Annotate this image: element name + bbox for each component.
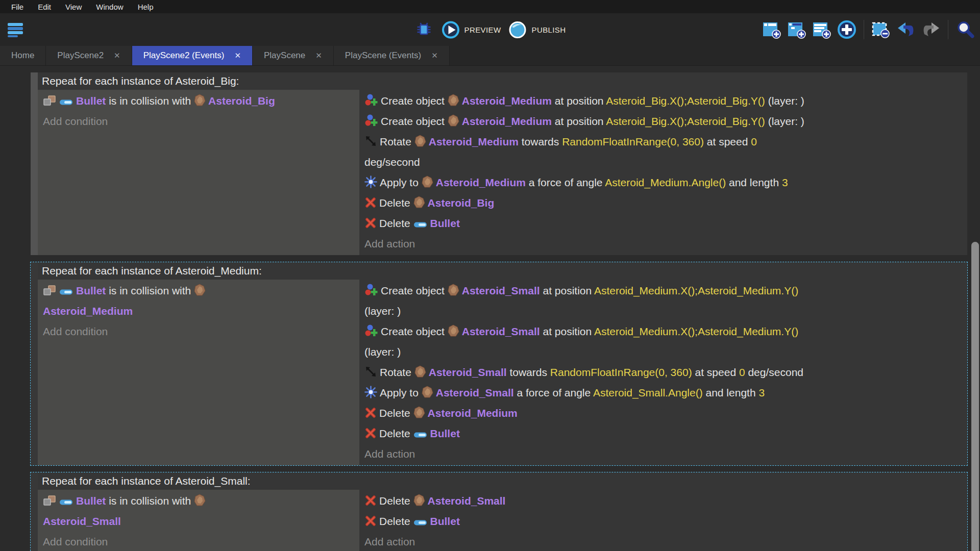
instruction-text: Create object [381,95,448,107]
asteroid-icon [448,94,459,107]
instruction-text: towards [507,366,550,378]
condition-instruction[interactable]: Bullet is in collision with Asteroid_Sma… [38,491,359,532]
object-name: Asteroid_Small [429,366,507,378]
delete-icon [364,217,377,229]
instruction-text: is in collision with [106,95,194,107]
condition-instruction[interactable]: Bullet is in collision with Asteroid_Med… [38,281,359,321]
instruction-text: (layer: ) [765,95,804,107]
action-instruction[interactable]: Apply to Asteroid_Small a force of angle… [359,383,967,403]
instruction-text: towards [519,136,562,147]
collision-icon [43,495,57,507]
action-instruction[interactable]: Delete Bullet [359,511,967,532]
add-action-button[interactable]: Add action [359,532,967,551]
force-icon [364,176,377,188]
tab-close-icon[interactable]: ✕ [315,51,322,60]
tab-home[interactable]: Home [0,46,46,65]
vertical-scrollbar-thumb[interactable] [971,242,979,551]
add-comment-icon[interactable] [812,20,831,39]
redo-icon[interactable] [921,20,941,39]
delete-selection-icon[interactable] [871,20,891,39]
object-name: Bullet [430,217,460,229]
preview-label: PREVIEW [464,26,501,34]
expression: Asteroid_Medium.X();Asteroid_Medium.Y() [594,325,798,337]
instruction-text: Create object [381,115,448,127]
event-drag-handle[interactable] [31,472,38,551]
repeat-for-each-header[interactable]: Repeat for each instance of Asteroid_Med… [38,262,967,280]
instruction-text: Delete [379,428,413,439]
tab-label: PlayScene [264,51,305,61]
search-icon[interactable] [955,20,975,39]
expression: Asteroid_Medium.Angle() [605,177,726,188]
action-instruction[interactable]: Create object Asteroid_Small at position… [359,281,967,321]
add-subevent-icon[interactable] [787,20,806,39]
object-name: Bullet [430,515,460,527]
menu-item-file[interactable]: File [5,2,30,12]
main-toolbar: PREVIEW PUBLISH [0,13,980,46]
event-block-1[interactable]: Repeat for each instance of Asteroid_Big… [30,72,968,256]
object-name: Asteroid_Medium [436,177,526,188]
object-name: Asteroid_Small [436,387,514,398]
action-instruction[interactable]: Rotate Asteroid_Medium towards RandomFlo… [359,132,967,172]
action-instruction[interactable]: Delete Bullet [359,423,967,444]
add-action-button[interactable]: Add action [359,444,967,464]
tab-playscene2-events[interactable]: PlayScene2 (Events)✕ [132,46,253,65]
app-logo-icon[interactable] [6,20,24,39]
create-icon [364,94,378,107]
expression: 0 [739,366,745,378]
add-event-icon[interactable] [762,20,781,39]
action-instruction[interactable]: Create object Asteroid_Medium at positio… [359,91,967,111]
add-condition-button[interactable]: Add condition [38,532,359,551]
action-instruction[interactable]: Delete Asteroid_Big [359,193,967,213]
action-instruction[interactable]: Delete Bullet [359,213,967,234]
menu-item-view[interactable]: View [59,2,88,12]
object-name: Asteroid_Big [428,197,495,209]
tab-close-icon[interactable]: ✕ [114,51,120,60]
action-instruction[interactable]: Delete Asteroid_Small [359,491,967,511]
menu-item-window[interactable]: Window [90,2,129,12]
add-circle-icon[interactable] [837,20,856,39]
event-drag-handle[interactable] [31,262,38,465]
rotate-icon [364,135,377,147]
menu-item-edit[interactable]: Edit [32,2,57,12]
instruction-text: Rotate [380,366,414,378]
action-instruction[interactable]: Delete Asteroid_Medium [359,403,967,423]
repeat-for-each-header[interactable]: Repeat for each instance of Asteroid_Big… [38,72,967,90]
collision-icon [43,95,57,107]
instruction-text: and length [726,177,782,188]
bullet-icon [59,98,74,107]
action-instruction[interactable]: Create object Asteroid_Medium at positio… [359,111,967,132]
expression: Asteroid_Small.Angle() [593,387,703,398]
menu-bar: FileEditViewWindowHelp [0,0,980,13]
conditions-column: Bullet is in collision with Asteroid_Big… [38,90,359,255]
tab-playscene[interactable]: PlayScene✕ [253,46,334,65]
toolbar-separator [948,20,948,39]
object-name: Asteroid_Big [208,95,275,107]
add-action-button[interactable]: Add action [359,234,967,254]
event-drag-handle[interactable] [31,72,38,255]
preview-button[interactable]: PREVIEW [441,20,501,39]
expression: Asteroid_Big.X();Asteroid_Big.Y() [606,95,765,107]
event-block-3[interactable]: Repeat for each instance of Asteroid_Sma… [30,472,968,551]
tab-close-icon[interactable]: ✕ [234,51,241,60]
action-instruction[interactable]: Rotate Asteroid_Small towards RandomFloa… [359,362,967,383]
tab-playscene-events[interactable]: PlayScene (Events)✕ [334,46,450,65]
add-condition-button[interactable]: Add condition [38,321,359,342]
bullet-icon [413,431,428,439]
asteroid-icon [422,386,433,398]
publish-button[interactable]: PUBLISH [508,20,566,39]
instruction-text: (layer: ) [364,346,401,358]
event-content: Bullet is in collision with Asteroid_Med… [38,280,967,465]
actions-column: Create object Asteroid_Medium at positio… [359,90,967,255]
undo-icon[interactable] [896,20,916,39]
condition-instruction[interactable]: Bullet is in collision with Asteroid_Big [38,91,359,111]
menu-item-help[interactable]: Help [132,2,160,12]
action-instruction[interactable]: Apply to Asteroid_Medium a force of angl… [359,172,967,193]
tab-playscene2[interactable]: PlayScene2✕ [46,46,132,65]
action-instruction[interactable]: Create object Asteroid_Small at position… [359,321,967,362]
event-block-2[interactable]: Repeat for each instance of Asteroid_Med… [30,262,968,466]
repeat-for-each-header[interactable]: Repeat for each instance of Asteroid_Sma… [38,472,967,490]
tab-close-icon[interactable]: ✕ [431,51,438,60]
add-condition-button[interactable]: Add condition [38,111,359,132]
expression: RandomFloatInRange(0, 360) [562,136,704,147]
debug-icon[interactable] [414,20,434,39]
